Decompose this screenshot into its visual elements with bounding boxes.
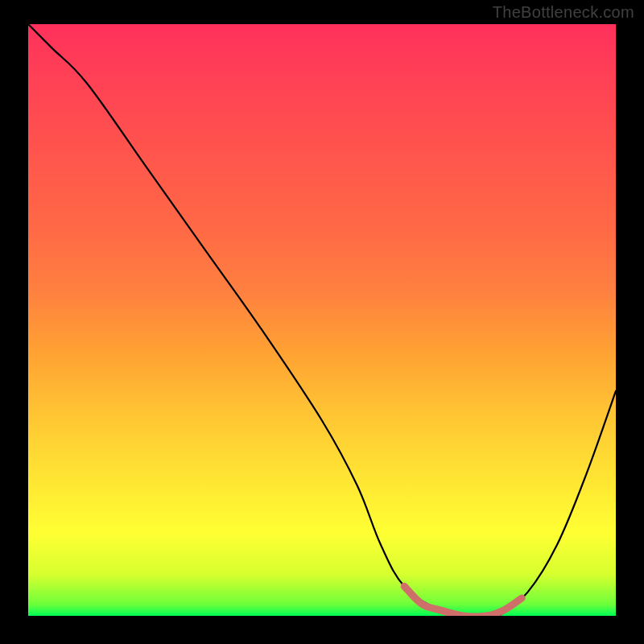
optimal-range-highlight — [404, 586, 522, 616]
watermark-text: TheBottleneck.com — [493, 3, 634, 22]
bottleneck-curve — [28, 24, 616, 616]
chart-curve-layer — [28, 24, 616, 616]
chart-plot-area — [28, 24, 616, 616]
